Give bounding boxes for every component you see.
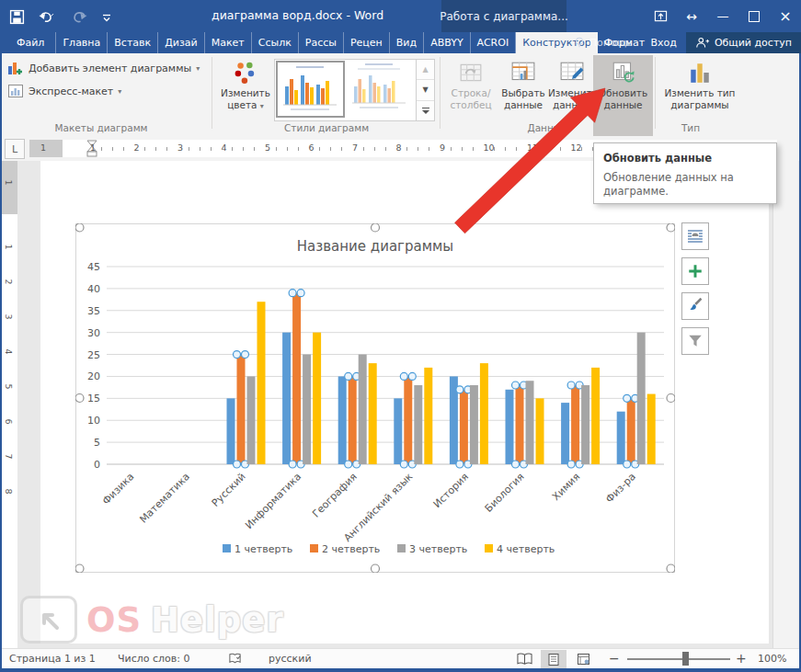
zoom-slider-track[interactable] (627, 658, 730, 660)
maximize-icon[interactable] (738, 0, 770, 32)
save-icon[interactable] (9, 9, 25, 25)
tab-abbyy[interactable]: ABBYY (424, 32, 470, 53)
print-layout-button[interactable] (541, 650, 566, 668)
zoom-out-button[interactable]: − (609, 651, 620, 666)
vruler-number: 7 (4, 453, 14, 459)
tab-главна[interactable]: Главна (56, 32, 108, 53)
word-window: диаграмма ворд.docx - Word Работа с диаг… (0, 0, 801, 672)
hruler-number: 8 (396, 142, 402, 153)
quick-layout-button[interactable]: Экспресс-макет▾ (7, 84, 121, 98)
chart-style-thumbnail-2[interactable] (347, 61, 416, 118)
hruler-number: 4 (222, 142, 227, 153)
svg-text:4 четверть: 4 четверть (497, 543, 555, 555)
resize-icon[interactable]: ↔ (676, 0, 707, 32)
gallery-scroll: ▲ ▼ (416, 59, 435, 121)
svg-text:20: 20 (87, 370, 100, 382)
vertical-ruler[interactable]: 1 12345678 (2, 161, 17, 648)
tab-acroi[interactable]: ACROI (471, 32, 517, 53)
tab-макет[interactable]: Макет (205, 32, 252, 53)
group-label-chart-layouts: Макеты диаграмм (28, 122, 175, 133)
window-border-left (0, 53, 2, 672)
change-chart-type-button[interactable]: Изменить тип диаграммы (658, 61, 741, 111)
chart-filters-button[interactable] (681, 327, 709, 355)
select-data-button[interactable]: Выбрать данные (498, 61, 548, 111)
zoom-slider-thumb[interactable] (682, 652, 689, 666)
document-area: 1 12345678 Название диаграммы05101520253… (0, 161, 801, 648)
gallery-up-icon[interactable]: ▲ (417, 60, 434, 80)
undo-icon[interactable] (38, 9, 60, 25)
hruler-number: 2 (134, 142, 140, 153)
tab-stop-selector[interactable]: L (5, 139, 25, 159)
svg-text:25: 25 (87, 349, 100, 361)
hruler-number: 11 (527, 142, 538, 153)
chart-style-thumbnail-1[interactable] (276, 61, 345, 118)
tab-вставк[interactable]: Вставк (108, 32, 158, 53)
row-column-icon (459, 61, 483, 85)
proofing-icon[interactable] (228, 652, 242, 668)
add-chart-element-button[interactable]: Добавить элемент диаграммы▾ (7, 61, 200, 75)
web-layout-button[interactable] (570, 650, 596, 668)
brush-icon (687, 298, 704, 314)
svg-text:0: 0 (94, 459, 100, 471)
svg-text:2 четверть: 2 четверть (322, 543, 380, 555)
ribbon-display-options-icon[interactable] (645, 0, 676, 32)
zoom-in-button[interactable]: + (736, 651, 747, 666)
ribbon: Добавить элемент диаграммы▾ Экспресс-мак… (0, 53, 801, 137)
vertical-scrollbar[interactable] (772, 161, 798, 648)
layout-options-button[interactable] (681, 222, 709, 250)
change-colors-icon (234, 61, 257, 85)
tab-дизай[interactable]: Дизай (158, 32, 204, 53)
chart-styles-button[interactable] (681, 292, 709, 320)
gallery-more-icon[interactable] (417, 101, 434, 120)
tell-me-help[interactable]: Помощь (565, 32, 642, 53)
contextual-tab-header: Работа с диаграмма... (441, 0, 566, 32)
change-colors-button[interactable]: Изменить цвета ▾ (219, 61, 272, 112)
read-mode-button[interactable] (511, 650, 537, 668)
chart-styles-gallery (274, 59, 418, 121)
quick-access-toolbar (9, 5, 117, 28)
svg-text:40: 40 (87, 283, 100, 295)
minimize-icon[interactable]: — (707, 0, 738, 32)
gallery-down-icon[interactable]: ▼ (417, 80, 434, 100)
close-icon[interactable]: × (770, 0, 801, 32)
svg-text:5: 5 (94, 437, 100, 449)
change-chart-type-icon (689, 61, 711, 85)
tab-рассы[interactable]: Рассы (299, 32, 344, 53)
window-border-bottom (0, 668, 801, 672)
refresh-data-icon (611, 61, 636, 85)
refresh-data-button[interactable]: Обновить данные (595, 61, 651, 111)
page-indicator[interactable]: Страница 1 из 1 (9, 653, 96, 665)
edit-data-button[interactable]: Изменить данные (548, 61, 596, 111)
tab-row-right: Помощь Вход Общий доступ (565, 32, 801, 53)
chart-elements-button[interactable] (681, 257, 709, 285)
tab-рецен[interactable]: Рецен (344, 32, 390, 53)
vruler-number: 3 (4, 313, 14, 319)
vruler-number: 8 (4, 488, 14, 494)
sign-in-button[interactable]: Вход (642, 32, 686, 53)
ruler-margin-number: 1 (40, 142, 46, 153)
tooltip-body: Обновление данных на диаграмме. (603, 171, 767, 199)
ribbon-tabs: ФайлГлавнаВставкДизайМакетСсылкРассыРеце… (6, 32, 651, 53)
watermark-text-os: OS (86, 600, 142, 640)
customize-qat-icon[interactable] (101, 9, 117, 25)
share-button[interactable]: Общий доступ (686, 32, 801, 53)
vruler-number: 2 (4, 279, 14, 284)
hruler-number: 1 (90, 142, 96, 153)
word-count[interactable]: Число слов: 0 (118, 653, 190, 665)
svg-text:1 четверть: 1 четверть (235, 543, 292, 555)
layout-options-icon (686, 227, 704, 245)
chart-object[interactable]: Название диаграммы051015202530354045Физи… (75, 223, 675, 573)
svg-text:3 четверть: 3 четверть (409, 543, 467, 555)
hruler-number: 9 (440, 142, 445, 153)
tab-файл[interactable]: Файл (6, 32, 56, 53)
tab-ссылк[interactable]: Ссылк (252, 32, 299, 53)
tab-вид[interactable]: Вид (390, 32, 424, 53)
group-label-data: Данные (478, 122, 616, 133)
language-indicator[interactable]: русский (269, 653, 312, 665)
vruler-number: 5 (4, 383, 14, 389)
group-label-type: Тип (631, 122, 750, 133)
window-controls: ↔ — × (645, 0, 801, 32)
quick-layout-icon (7, 84, 24, 98)
watermark-logo-cursor-icon (20, 596, 77, 644)
zoom-percentage[interactable]: 100% (758, 653, 786, 665)
